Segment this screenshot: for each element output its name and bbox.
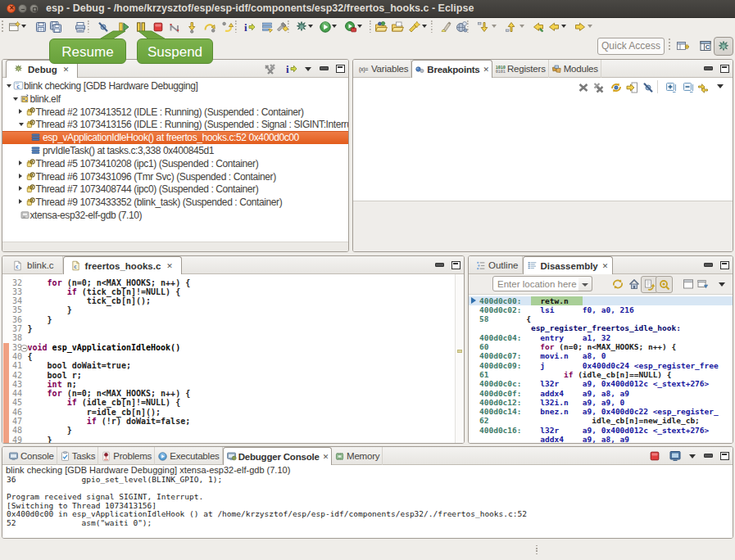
- debug-tree-row[interactable]: Thread #7 1073408744 (ipc0) (Suspended :…: [2, 183, 348, 196]
- quick-access-button[interactable]: Quick Access: [597, 38, 665, 55]
- step-over-icon[interactable]: [202, 19, 218, 35]
- console-output[interactable]: 36 gpio_set_level(BLINK_GPIO, 1);Program…: [2, 475, 733, 539]
- remove-all-terminated-icon[interactable]: [264, 62, 277, 75]
- goto-file-icon[interactable]: [624, 79, 640, 96]
- step-return-icon[interactable]: [220, 19, 236, 35]
- back-dropdown[interactable]: [561, 25, 566, 28]
- disasm-tab-outline[interactable]: Outline: [472, 256, 523, 274]
- console-tab-debugger-console[interactable]: Debugger Console✕: [223, 447, 332, 465]
- previous-annotation-dropdown[interactable]: [519, 25, 524, 28]
- new-wizard-dropdown[interactable]: [21, 25, 26, 28]
- debug-tree-row[interactable]: blink.elf: [2, 93, 348, 106]
- next-annotation-dropdown[interactable]: [492, 25, 497, 28]
- tree-expander-collapsed-icon[interactable]: [19, 186, 22, 191]
- build-icon[interactable]: [274, 19, 290, 35]
- console-tab-executables[interactable]: Executables: [155, 447, 222, 465]
- debug-tree-row[interactable]: prvIdleTask() at tasks.c:3,338 0x400845d…: [2, 144, 348, 157]
- external-tools-icon[interactable]: [343, 19, 359, 35]
- fold-collapse-icon[interactable]: [20, 345, 28, 352]
- tree-expander-collapsed-icon[interactable]: [19, 174, 22, 178]
- overview-annotation-marker[interactable]: [457, 350, 462, 353]
- open-perspective-icon[interactable]: [674, 38, 691, 54]
- console-tab-tasks[interactable]: Tasks: [57, 447, 98, 465]
- link-with-debug-icon[interactable]: [695, 79, 711, 96]
- open-task-icon[interactable]: [406, 19, 422, 35]
- view-menu-icon[interactable]: [305, 67, 311, 71]
- show-supported-breakpoints-icon[interactable]: [608, 79, 624, 96]
- tab-close-icon[interactable]: ✕: [483, 65, 489, 74]
- minimize-icon[interactable]: [434, 262, 444, 269]
- sync-selection-icon[interactable]: [656, 276, 673, 293]
- debug-tree-row[interactable]: Thread #3 1073413156 (IDLE : Running) (S…: [2, 118, 348, 131]
- window-minimize-button[interactable]: [18, 4, 27, 13]
- instruction-stepping-icon[interactable]: i: [241, 19, 257, 35]
- forward-dropdown[interactable]: [588, 25, 592, 28]
- forward-icon[interactable]: [572, 19, 588, 35]
- view-menu-icon[interactable]: [689, 454, 696, 458]
- maximize-icon[interactable]: [451, 261, 461, 269]
- debug-tree-row[interactable]: Thread #2 1073413512 (IDLE : Running) (S…: [2, 106, 348, 119]
- debug-tree-row[interactable]: Thread #9 1073433352 (blink_task) (Suspe…: [2, 196, 348, 209]
- debug-tree-row[interactable]: Thread #5 1073410208 (ipc1) (Suspended :…: [2, 157, 348, 170]
- cpp-perspective-icon[interactable]: C: [697, 38, 714, 54]
- maximize-icon[interactable]: [336, 65, 345, 73]
- tab-close-icon[interactable]: ✕: [63, 65, 70, 74]
- open-element-icon[interactable]: [389, 19, 406, 35]
- run-dropdown[interactable]: [332, 25, 337, 28]
- tab-close-icon[interactable]: ✕: [166, 262, 173, 270]
- collapse-all-icon[interactable]: [680, 79, 696, 96]
- run-icon[interactable]: [317, 19, 333, 35]
- maximize-icon[interactable]: [720, 452, 729, 460]
- minimize-icon[interactable]: [703, 262, 713, 269]
- console-tab-console[interactable]: Console: [6, 447, 57, 465]
- open-task-dropdown[interactable]: [422, 25, 427, 28]
- debug-tree-row[interactable]: Thread #6 1073431096 (Tmr Svc) (Suspende…: [2, 170, 348, 183]
- tree-expander-expanded-icon[interactable]: [7, 84, 11, 88]
- instruction-stepping-icon[interactable]: i: [284, 62, 297, 75]
- new-wizard-icon[interactable]: [7, 19, 23, 35]
- external-tools-dropdown[interactable]: [357, 25, 362, 28]
- window-maximize-button[interactable]: [29, 4, 39, 13]
- step-filters-icon[interactable]: [259, 19, 275, 35]
- tree-expander-collapsed-icon[interactable]: [19, 160, 22, 165]
- righttop-tab-modules[interactable]: Modules: [549, 60, 601, 78]
- disasm-tab-disassembly[interactable]: Disassembly✕: [523, 256, 613, 274]
- expand-all-icon[interactable]: [663, 79, 679, 96]
- view-menu-icon[interactable]: [717, 84, 724, 88]
- console-tab-problems[interactable]: Problems: [98, 447, 155, 465]
- load-binary-icon[interactable]: [373, 19, 389, 35]
- maximize-icon[interactable]: [720, 261, 729, 269]
- mark-occurrences-icon[interactable]: [438, 19, 454, 35]
- home-icon[interactable]: [626, 276, 642, 292]
- tab-close-icon[interactable]: ✕: [323, 453, 329, 461]
- display-console-icon[interactable]: [669, 449, 682, 463]
- last-edit-location-icon[interactable]: [530, 19, 547, 35]
- view-menu-icon[interactable]: [719, 282, 725, 287]
- maximize-icon[interactable]: [720, 65, 729, 73]
- debug-view-hscroll[interactable]: [2, 242, 348, 251]
- remove-all-breakpoints-icon[interactable]: [591, 79, 607, 96]
- console-tab-memory[interactable]: Memory: [332, 447, 383, 465]
- tree-expander-collapsed-icon[interactable]: [19, 199, 22, 204]
- minimize-icon[interactable]: [703, 453, 713, 460]
- open-web-icon[interactable]: [453, 19, 470, 35]
- minimize-icon[interactable]: [703, 65, 713, 73]
- disassembly-location-dropdown[interactable]: [578, 276, 592, 291]
- righttop-tab-variables[interactable]: (x)=Variables: [356, 60, 411, 78]
- disassembly-listing[interactable]: 400d0c00: retw.n 400d0c02: lsi f0, a0, 2…: [469, 295, 733, 443]
- debug-perspective-icon[interactable]: [714, 37, 733, 56]
- tree-expander-collapsed-icon[interactable]: [19, 109, 22, 114]
- previous-annotation-icon[interactable]: [502, 19, 519, 35]
- pin-view-icon[interactable]: [695, 276, 711, 292]
- debug-tree-row[interactable]: esp_vApplicationIdleHook() at freertos_h…: [2, 131, 348, 144]
- skip-breakpoints-icon[interactable]: [640, 79, 656, 96]
- save-all-icon[interactable]: [48, 19, 64, 35]
- minimize-icon[interactable]: [319, 65, 329, 73]
- tree-expander-expanded-icon[interactable]: [19, 123, 24, 126]
- terminate-icon[interactable]: [648, 449, 661, 463]
- editor-tab-freertos-hooks-c[interactable]: cfreertos_hooks.c✕: [63, 256, 182, 274]
- back-icon[interactable]: [546, 19, 562, 35]
- new-view-icon[interactable]: [680, 276, 696, 292]
- editor-tab-blink-c[interactable]: cblink.c: [6, 256, 63, 274]
- debug-tree-row[interactable]: xtensa-esp32-elf-gdb (7.10): [2, 209, 348, 222]
